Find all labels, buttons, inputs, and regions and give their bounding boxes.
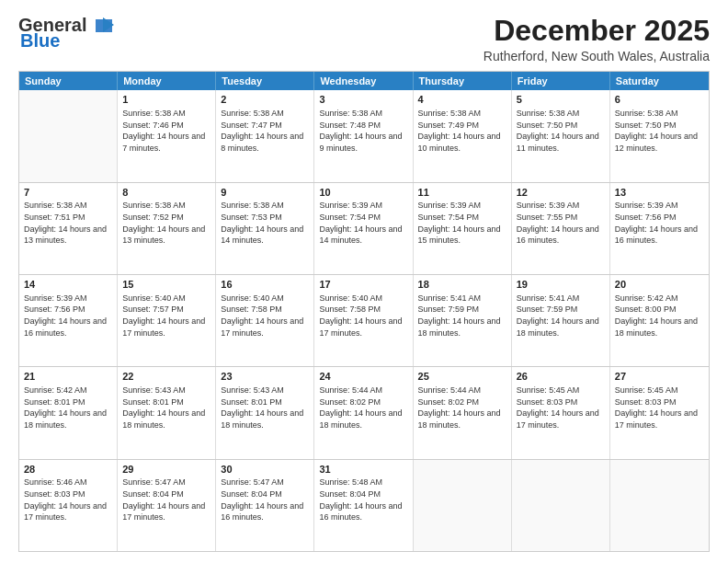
cell-info: Sunrise: 5:39 AMSunset: 7:54 PMDaylight:… — [319, 200, 407, 246]
calendar-cell-2-6: 12Sunrise: 5:39 AMSunset: 7:55 PMDayligh… — [512, 183, 610, 274]
calendar-week-3: 14Sunrise: 5:39 AMSunset: 7:56 PMDayligh… — [19, 275, 709, 367]
cell-info: Sunrise: 5:45 AMSunset: 8:03 PMDaylight:… — [517, 385, 605, 431]
day-number: 8 — [122, 186, 210, 200]
cell-info: Sunrise: 5:44 AMSunset: 8:02 PMDaylight:… — [319, 385, 407, 431]
calendar-cell-4-4: 24Sunrise: 5:44 AMSunset: 8:02 PMDayligh… — [314, 367, 413, 458]
day-number: 2 — [221, 93, 309, 107]
calendar-week-1: 1Sunrise: 5:38 AMSunset: 7:46 PMDaylight… — [19, 90, 709, 182]
header-saturday: Saturday — [610, 72, 709, 90]
header-thursday: Thursday — [414, 72, 512, 90]
cell-info: Sunrise: 5:38 AMSunset: 7:51 PMDaylight:… — [24, 200, 112, 246]
cell-info: Sunrise: 5:40 AMSunset: 7:58 PMDaylight:… — [319, 293, 407, 339]
calendar-cell-3-2: 15Sunrise: 5:40 AMSunset: 7:57 PMDayligh… — [118, 275, 216, 366]
calendar-cell-3-4: 17Sunrise: 5:40 AMSunset: 7:58 PMDayligh… — [314, 275, 413, 366]
day-number: 16 — [221, 278, 309, 292]
header-sunday: Sunday — [19, 72, 118, 90]
header-tuesday: Tuesday — [216, 72, 314, 90]
day-number: 21 — [24, 370, 112, 384]
calendar-cell-1-4: 3Sunrise: 5:38 AMSunset: 7:48 PMDaylight… — [314, 90, 413, 181]
calendar-week-4: 21Sunrise: 5:42 AMSunset: 8:01 PMDayligh… — [19, 367, 709, 459]
day-number: 24 — [319, 370, 407, 384]
day-number: 4 — [418, 93, 506, 107]
cell-info: Sunrise: 5:38 AMSunset: 7:46 PMDaylight:… — [122, 108, 210, 154]
cell-info: Sunrise: 5:39 AMSunset: 7:56 PMDaylight:… — [615, 200, 704, 246]
calendar-cell-2-7: 13Sunrise: 5:39 AMSunset: 7:56 PMDayligh… — [610, 183, 709, 274]
cell-info: Sunrise: 5:38 AMSunset: 7:49 PMDaylight:… — [418, 108, 506, 154]
day-number: 5 — [517, 93, 605, 107]
header-wednesday: Wednesday — [314, 72, 413, 90]
calendar-cell-1-5: 4Sunrise: 5:38 AMSunset: 7:49 PMDaylight… — [414, 90, 512, 181]
cell-info: Sunrise: 5:38 AMSunset: 7:48 PMDaylight:… — [319, 108, 407, 154]
day-number: 17 — [319, 278, 407, 292]
day-number: 12 — [517, 186, 605, 200]
calendar-cell-2-4: 10Sunrise: 5:39 AMSunset: 7:54 PMDayligh… — [314, 183, 413, 274]
day-number: 18 — [418, 278, 506, 292]
month-title: December 2025 — [483, 15, 710, 47]
day-number: 26 — [517, 370, 605, 384]
cell-info: Sunrise: 5:41 AMSunset: 7:59 PMDaylight:… — [517, 293, 605, 339]
calendar-cell-5-7 — [610, 460, 709, 551]
calendar-cell-4-5: 25Sunrise: 5:44 AMSunset: 8:02 PMDayligh… — [414, 367, 512, 458]
cell-info: Sunrise: 5:38 AMSunset: 7:50 PMDaylight:… — [517, 108, 605, 154]
day-number: 15 — [122, 278, 210, 292]
calendar-cell-3-3: 16Sunrise: 5:40 AMSunset: 7:58 PMDayligh… — [216, 275, 314, 366]
day-number: 14 — [24, 278, 112, 292]
calendar: Sunday Monday Tuesday Wednesday Thursday… — [18, 71, 710, 552]
cell-info: Sunrise: 5:48 AMSunset: 8:04 PMDaylight:… — [319, 477, 407, 523]
day-number: 19 — [517, 278, 605, 292]
cell-info: Sunrise: 5:43 AMSunset: 8:01 PMDaylight:… — [221, 385, 309, 431]
calendar-cell-2-3: 9Sunrise: 5:38 AMSunset: 7:53 PMDaylight… — [216, 183, 314, 274]
day-number: 20 — [615, 278, 704, 292]
calendar-cell-2-5: 11Sunrise: 5:39 AMSunset: 7:54 PMDayligh… — [414, 183, 512, 274]
day-number: 9 — [221, 186, 309, 200]
calendar-cell-1-3: 2Sunrise: 5:38 AMSunset: 7:47 PMDaylight… — [216, 90, 314, 181]
cell-info: Sunrise: 5:38 AMSunset: 7:50 PMDaylight:… — [615, 108, 704, 154]
logo: General Blue — [18, 15, 114, 52]
day-number: 22 — [122, 370, 210, 384]
cell-info: Sunrise: 5:47 AMSunset: 8:04 PMDaylight:… — [221, 477, 309, 523]
page: General Blue December 2025 Rutherford, N… — [0, 0, 728, 563]
calendar-cell-5-6 — [512, 460, 610, 551]
cell-info: Sunrise: 5:43 AMSunset: 8:01 PMDaylight:… — [122, 385, 210, 431]
cell-info: Sunrise: 5:39 AMSunset: 7:56 PMDaylight:… — [24, 293, 112, 339]
calendar-cell-2-1: 7Sunrise: 5:38 AMSunset: 7:51 PMDaylight… — [19, 183, 118, 274]
day-number: 23 — [221, 370, 309, 384]
day-number: 31 — [319, 463, 407, 477]
calendar-cell-1-6: 5Sunrise: 5:38 AMSunset: 7:50 PMDaylight… — [512, 90, 610, 181]
calendar-cell-3-6: 19Sunrise: 5:41 AMSunset: 7:59 PMDayligh… — [512, 275, 610, 366]
header-friday: Friday — [512, 72, 610, 90]
logo-blue: Blue — [20, 30, 60, 52]
cell-info: Sunrise: 5:38 AMSunset: 7:52 PMDaylight:… — [122, 200, 210, 246]
cell-info: Sunrise: 5:42 AMSunset: 8:00 PMDaylight:… — [615, 293, 704, 339]
location: Rutherford, New South Wales, Australia — [483, 49, 710, 63]
day-number: 11 — [418, 186, 506, 200]
calendar-cell-3-7: 20Sunrise: 5:42 AMSunset: 8:00 PMDayligh… — [610, 275, 709, 366]
cell-info: Sunrise: 5:38 AMSunset: 7:47 PMDaylight:… — [221, 108, 309, 154]
day-number: 7 — [24, 186, 112, 200]
calendar-week-2: 7Sunrise: 5:38 AMSunset: 7:51 PMDaylight… — [19, 183, 709, 275]
header: General Blue December 2025 Rutherford, N… — [18, 15, 710, 63]
cell-info: Sunrise: 5:45 AMSunset: 8:03 PMDaylight:… — [615, 385, 704, 431]
calendar-week-5: 28Sunrise: 5:46 AMSunset: 8:03 PMDayligh… — [19, 460, 709, 551]
cell-info: Sunrise: 5:41 AMSunset: 7:59 PMDaylight:… — [418, 293, 506, 339]
calendar-cell-5-5 — [414, 460, 512, 551]
cell-info: Sunrise: 5:39 AMSunset: 7:54 PMDaylight:… — [418, 200, 506, 246]
cell-info: Sunrise: 5:38 AMSunset: 7:53 PMDaylight:… — [221, 200, 309, 246]
day-number: 3 — [319, 93, 407, 107]
cell-info: Sunrise: 5:39 AMSunset: 7:55 PMDaylight:… — [517, 200, 605, 246]
calendar-cell-4-6: 26Sunrise: 5:45 AMSunset: 8:03 PMDayligh… — [512, 367, 610, 458]
calendar-cell-2-2: 8Sunrise: 5:38 AMSunset: 7:52 PMDaylight… — [118, 183, 216, 274]
calendar-cell-4-7: 27Sunrise: 5:45 AMSunset: 8:03 PMDayligh… — [610, 367, 709, 458]
cell-info: Sunrise: 5:42 AMSunset: 8:01 PMDaylight:… — [24, 385, 112, 431]
day-number: 30 — [221, 463, 309, 477]
calendar-cell-3-1: 14Sunrise: 5:39 AMSunset: 7:56 PMDayligh… — [19, 275, 118, 366]
day-number: 13 — [615, 186, 704, 200]
cell-info: Sunrise: 5:40 AMSunset: 7:57 PMDaylight:… — [122, 293, 210, 339]
calendar-cell-5-3: 30Sunrise: 5:47 AMSunset: 8:04 PMDayligh… — [216, 460, 314, 551]
calendar-cell-1-7: 6Sunrise: 5:38 AMSunset: 7:50 PMDaylight… — [610, 90, 709, 181]
cell-info: Sunrise: 5:46 AMSunset: 8:03 PMDaylight:… — [24, 477, 112, 523]
calendar-cell-4-2: 22Sunrise: 5:43 AMSunset: 8:01 PMDayligh… — [118, 367, 216, 458]
calendar-cell-3-5: 18Sunrise: 5:41 AMSunset: 7:59 PMDayligh… — [414, 275, 512, 366]
day-number: 1 — [122, 93, 210, 107]
calendar-cell-5-1: 28Sunrise: 5:46 AMSunset: 8:03 PMDayligh… — [19, 460, 118, 551]
